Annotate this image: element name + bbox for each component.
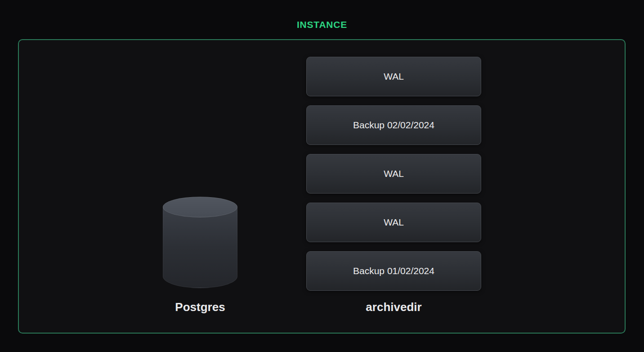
archive-column: WAL Backup 02/02/2024 WAL WAL Backup 01/… [306,57,481,291]
archive-item-wal-2: WAL [306,154,481,194]
archive-item-wal-3: WAL [306,203,481,242]
archive-item-backup-1: Backup 02/02/2024 [306,105,481,145]
diagram-stage: INSTANCE Postgres WAL Backup 02/02/2024 … [0,0,644,352]
archivedir-label: archivedir [306,300,481,314]
archive-item-wal-1: WAL [306,57,481,96]
instance-title: INSTANCE [0,19,644,30]
database-cylinder-body [163,207,237,288]
instance-frame: Postgres WAL Backup 02/02/2024 WAL WAL B… [18,39,626,334]
database-cylinder-top [163,197,237,217]
postgres-label: Postgres [163,300,237,314]
archive-item-backup-2: Backup 01/02/2024 [306,251,481,291]
database-cylinder-icon [163,197,237,288]
